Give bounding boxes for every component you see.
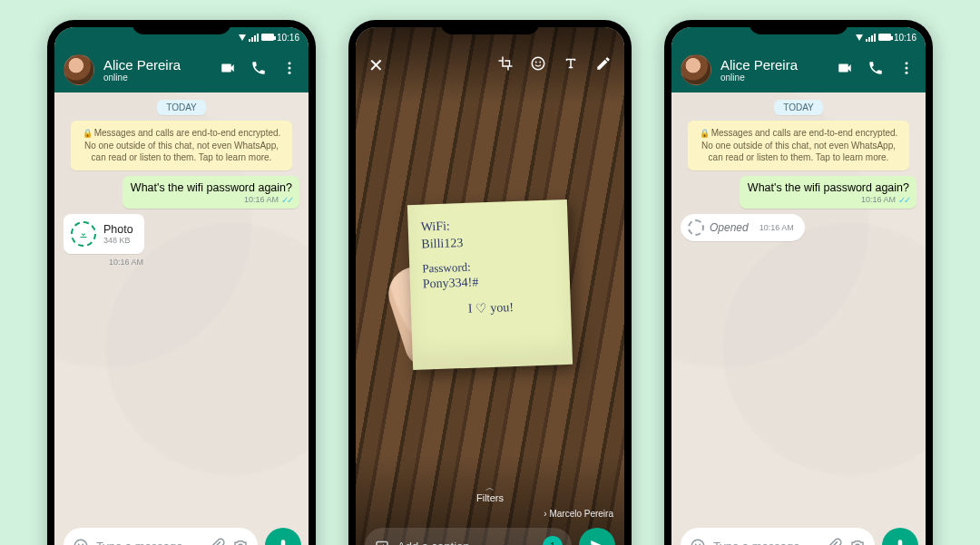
message-input[interactable]: Type a message [681,528,875,545]
svg-point-7 [532,57,544,70]
caption-row: Add a caption... 1 [356,522,624,545]
lock-icon: 🔒 [700,129,710,138]
caption-placeholder: Add a caption... [397,540,479,546]
message-placeholder: Type a message [713,540,799,546]
network-icon [239,34,246,41]
text-icon[interactable] [563,55,579,75]
incoming-photo-chip[interactable]: Photo 348 KB [64,214,144,254]
date-pill: TODAY [157,100,206,115]
contact-info[interactable]: Alice Pereira online [103,57,211,83]
draw-icon[interactable] [595,55,612,75]
avatar[interactable] [64,54,94,85]
outgoing-message[interactable]: What's the wifi password again? 10:16 AM… [122,176,299,209]
video-call-icon[interactable] [837,60,853,80]
signal-icon [866,34,876,42]
read-ticks-icon: ✓✓ [898,195,909,205]
sticker-icon[interactable] [530,55,546,75]
editor-toolbar: ✕ [356,44,624,87]
more-icon[interactable] [898,60,915,80]
photo-size: 348 KB [103,236,133,245]
svg-point-9 [539,62,541,63]
mic-button[interactable] [882,528,918,545]
svg-point-12 [906,67,908,70]
close-icon[interactable]: ✕ [368,54,384,76]
svg-point-14 [691,540,704,545]
svg-point-13 [906,72,908,74]
phone-center: ✕ WiFi: Billi123 Password: Pony334!# I ♡… [348,20,632,545]
input-bar: Type a message [54,521,309,545]
photo-preview[interactable]: WiFi: Billi123 Password: Pony334!# I ♡ y… [356,87,624,482]
photo-label: Photo [103,223,133,236]
mic-button[interactable] [265,528,301,545]
photo-time: 10:16 AM [109,258,143,267]
status-time: 10:16 [277,33,299,43]
emoji-icon[interactable] [73,538,89,545]
svg-point-11 [906,62,908,64]
view-once-ring-icon [688,219,704,236]
svg-point-2 [289,72,291,74]
contact-presence: online [103,73,211,83]
voice-call-icon[interactable] [867,60,884,80]
caption-input[interactable]: Add a caption... 1 [365,528,572,545]
voice-call-icon[interactable] [250,60,267,80]
download-icon[interactable] [71,221,96,247]
network-icon [856,34,863,41]
opened-label: Opened [710,221,749,234]
notch [132,20,231,34]
add-photo-icon[interactable] [374,538,390,545]
notch [440,20,540,34]
svg-point-3 [74,540,87,545]
screen-center: ✕ WiFi: Billi123 Password: Pony334!# I ♡… [356,27,624,545]
svg-point-8 [535,62,537,63]
more-icon[interactable] [281,60,298,80]
filters-handle[interactable]: ︿ Filters [356,482,624,503]
photo-editor: ✕ WiFi: Billi123 Password: Pony334!# I ♡… [356,27,624,545]
camera-icon[interactable] [849,538,866,545]
screen-left: 10:16 Alice Pereira online TODAY 🔒Messag… [54,27,309,545]
message-placeholder: Type a message [96,540,182,546]
avatar[interactable] [681,54,711,85]
view-once-badge[interactable]: 1 [543,536,563,545]
message-text: What's the wifi password again? [131,181,292,194]
contact-name: Alice Pereira [103,57,211,73]
svg-point-0 [289,62,291,64]
view-once-opened-chip[interactable]: Opened 10:16 AM [681,214,805,241]
chat-body[interactable]: TODAY 🔒Messages and calls are end-to-end… [54,92,309,521]
crop-icon[interactable] [497,55,514,75]
signal-icon [249,34,259,42]
message-input[interactable]: Type a message [64,528,258,545]
send-button[interactable] [579,528,615,545]
message-time: 10:16 AM [861,195,896,204]
status-time: 10:16 [894,33,916,43]
phone-right: 10:16 Alice Pereira online TODAY 🔒Messag… [664,20,933,545]
video-call-icon[interactable] [220,60,236,80]
chat-header[interactable]: Alice Pereira online [54,47,309,92]
chat-header[interactable]: Alice Pereira online [671,47,926,92]
attach-icon[interactable] [209,538,225,545]
contact-info[interactable]: Alice Pereira online [720,57,828,83]
sticky-note: WiFi: Billi123 Password: Pony334!# I ♡ y… [407,199,573,369]
contact-presence: online [720,73,828,83]
message-text: What's the wifi password again? [748,181,909,194]
opened-time: 10:16 AM [760,223,794,232]
emoji-icon[interactable] [690,538,706,545]
outgoing-message[interactable]: What's the wifi password again? 10:16 AM… [740,176,916,209]
attach-icon[interactable] [826,538,842,545]
encryption-notice[interactable]: 🔒Messages and calls are end-to-end encry… [688,121,909,170]
input-bar: Type a message [671,521,926,545]
phone-left: 10:16 Alice Pereira online TODAY 🔒Messag… [47,20,316,545]
camera-icon[interactable] [232,538,249,545]
notch [749,20,848,34]
lock-icon: 🔒 [83,129,93,138]
encryption-notice[interactable]: 🔒Messages and calls are end-to-end encry… [71,121,292,170]
battery-icon [261,34,274,41]
svg-rect-10 [377,542,387,546]
contact-name: Alice Pereira [720,57,828,73]
message-time: 10:16 AM [244,195,279,204]
screen-right: 10:16 Alice Pereira online TODAY 🔒Messag… [671,27,926,545]
recipient-chip[interactable]: › Marcelo Pereira [544,509,613,519]
date-pill: TODAY [774,100,823,115]
battery-icon [878,34,891,41]
chat-body[interactable]: TODAY 🔒Messages and calls are end-to-end… [671,92,926,521]
svg-point-1 [289,67,291,70]
